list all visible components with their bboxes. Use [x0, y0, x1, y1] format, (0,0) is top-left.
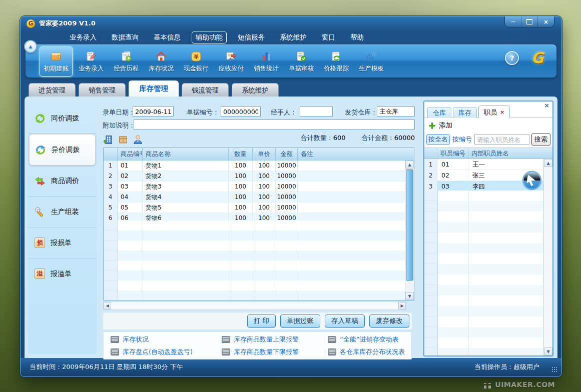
cell-rownum: 2 [104, 171, 118, 181]
collapse-toolbar-button[interactable]: ▲ [24, 40, 37, 53]
table-row[interactable]: 202货物210010010000 [104, 171, 405, 182]
link-warehouse-distribution[interactable]: 各仓库库存分布状况表 [328, 348, 411, 356]
brand-g-icon: G [531, 50, 543, 66]
scroll-up-button[interactable]: ▲ [544, 159, 552, 167]
close-button[interactable]: × [537, 16, 554, 27]
tab-close-icon[interactable]: × [500, 107, 504, 118]
tab-system[interactable]: 系统维护 [232, 83, 279, 96]
toolbar-sales-statistics-button[interactable]: 销售统计 [250, 46, 283, 76]
header-unit-price: 单价 [253, 148, 276, 160]
menu-item-aux-functions[interactable]: 辅助功能 [192, 32, 227, 44]
warehouse-input[interactable] [377, 106, 415, 116]
toolbar-label: 价格跟踪 [324, 64, 349, 73]
warehouse-building-icon[interactable] [103, 134, 113, 144]
link-stock-status[interactable]: 库存状况 [111, 335, 222, 344]
table-row[interactable]: 404货物410010010000 [104, 192, 405, 202]
panel-vertical-scrollbar[interactable]: ▲ ▼ [543, 159, 552, 356]
tab-sales[interactable]: 销售管理 [79, 83, 126, 96]
table-row[interactable]: 303货物310010010000 [104, 182, 405, 192]
date-input[interactable] [133, 106, 174, 116]
sidebar-item-diff-price-transfer[interactable]: 异价调拨 [29, 134, 96, 166]
toolbar-cash-bank-button[interactable]: ¥ 现金银行 [180, 46, 213, 76]
tab-inventory[interactable]: 库存管理 [129, 80, 179, 96]
scroll-left-button[interactable]: ◀ [104, 302, 111, 310]
menu-item-data-query[interactable]: 数据查询 [112, 33, 139, 42]
tab-purchase[interactable]: 进货管理 [29, 83, 76, 96]
sidebar-item-loss-report[interactable]: 损 报损单 [28, 228, 97, 258]
panel-tab-stock[interactable]: 库存 [453, 107, 477, 118]
handler-input[interactable] [300, 106, 333, 116]
bar-chart-icon [260, 50, 273, 63]
staff-search-input[interactable] [474, 134, 529, 144]
link-upper-limit-alert[interactable]: 库存商品数量上限报警 [222, 335, 328, 344]
menu-item-system-maintenance[interactable]: 系统维护 [280, 33, 307, 42]
search-by-code-toggle[interactable]: 按编号 [452, 135, 472, 144]
scroll-down-button[interactable]: ▼ [544, 348, 552, 356]
vertical-scrollbar[interactable]: ▲ ▼ [405, 160, 414, 300]
discard-changes-button[interactable]: 废弃修改 [369, 314, 409, 328]
cell-price: 100 [253, 202, 276, 212]
report-icon [111, 348, 119, 356]
rownum-column [104, 220, 118, 300]
desktop-background: UIMAKER.COM G 管家婆2009 V1.0 ─ × 业务录入 数据查询… [0, 0, 581, 392]
toolbar-production-template-button[interactable]: 生产模板 [355, 46, 388, 76]
link-stocktaking[interactable]: 库存盘点(自动盘盈盘亏) [111, 348, 222, 356]
panel-close-icon[interactable]: × [544, 102, 549, 109]
help-icon[interactable]: ? [505, 51, 519, 65]
sidebar-item-same-price-transfer[interactable]: 同价调拨 [28, 103, 97, 134]
toolbar-stock-status-button[interactable]: 库存状况 [145, 46, 178, 76]
app-logo-icon: G [27, 20, 35, 28]
panel-tab-staff[interactable]: 职员 × [478, 106, 510, 118]
panel-tab-warehouse[interactable]: 仓库 [427, 107, 451, 118]
menu-item-basic-info[interactable]: 基本信息 [154, 33, 181, 42]
toolbar-voucher-audit-button[interactable]: 单据审核 [285, 46, 318, 76]
scroll-thumb[interactable] [406, 170, 413, 280]
menu-item-business-entry[interactable]: 业务录入 [70, 33, 97, 42]
menu-item-sms-service[interactable]: 短信服务 [238, 33, 265, 42]
cell-code: 03 [118, 182, 143, 192]
post-voucher-button[interactable]: 单据过账 [280, 314, 320, 328]
toolbar-label: 库存状况 [149, 64, 174, 73]
staff-person-icon[interactable] [133, 134, 143, 144]
horizontal-scrollbar[interactable]: ◀ ▶ [103, 302, 406, 310]
toolbar-receivable-payable-button[interactable]: 应收应付 [215, 46, 248, 76]
stock-box-icon[interactable] [118, 134, 128, 144]
note-input[interactable] [134, 120, 415, 130]
save-draft-button[interactable]: 存入草稿 [325, 314, 365, 328]
cell-price: 100 [253, 182, 276, 192]
maximize-button[interactable] [521, 16, 537, 27]
staff-row[interactable]: 101王一 [424, 159, 544, 170]
card-arrows-icon [225, 50, 238, 63]
sidebar-item-price-adjustment[interactable]: 商品调价 [28, 166, 97, 196]
sidebar-item-overflow-report[interactable]: 溢 报溢单 [28, 258, 97, 289]
menu-item-help[interactable]: 帮助 [350, 33, 364, 42]
table-row[interactable]: 101货物110010010000 [104, 160, 405, 171]
cell-rownum: 2 [424, 170, 437, 180]
menu-item-window[interactable]: 窗口 [322, 33, 335, 42]
table-row[interactable]: 505货物510010010000 [104, 202, 405, 213]
toolbar-right-cluster: ? G [505, 50, 543, 66]
title-bar: G 管家婆2009 V1.0 [21, 16, 561, 30]
toolbar-initial-setup-button[interactable]: 初期建账 [40, 46, 73, 76]
scroll-right-button[interactable]: ▶ [398, 302, 406, 310]
resize-grip[interactable] [551, 366, 558, 373]
link-allinone-change-report[interactable]: “全能”进销存变动表 [328, 335, 411, 344]
minimize-button[interactable]: ─ [505, 16, 521, 27]
print-button[interactable]: 打 印 [247, 314, 276, 328]
tab-cashflow[interactable]: 钱流管理 [182, 83, 229, 96]
cursor-pointer-icon [521, 170, 543, 192]
items-table-header: 商品编号 商品名称 数量 单价 金额 备注 [104, 148, 414, 160]
header-rownum [104, 148, 118, 160]
toolbar-business-entry-button[interactable]: 业务录入 [75, 46, 108, 76]
toolbar-business-history-button[interactable]: 经营历程 [110, 46, 143, 76]
sidebar-item-production-assembly[interactable]: 生产组装 [28, 196, 97, 228]
search-by-name-toggle[interactable]: 按全名 [426, 134, 450, 145]
link-lower-limit-alert[interactable]: 库存商品数量下限报警 [222, 348, 328, 356]
search-button[interactable]: 搜索 [531, 134, 550, 146]
scroll-down-button[interactable]: ▼ [405, 292, 414, 300]
add-row[interactable]: 添加 [429, 121, 452, 130]
toolbar-price-tracking-button[interactable]: 价格跟踪 [320, 46, 353, 76]
scroll-up-button[interactable]: ▲ [405, 160, 414, 168]
empty-rows-area [104, 220, 405, 300]
voucher-no-input[interactable] [221, 106, 261, 116]
